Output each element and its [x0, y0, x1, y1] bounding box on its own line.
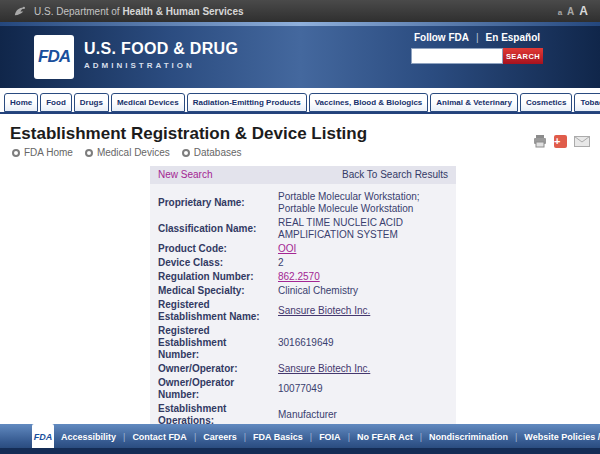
header-links: Follow FDA | En Español [411, 32, 543, 43]
nav-tab-tobacco-products[interactable]: Tobacco Products [574, 93, 600, 112]
table-row: Registered Establishment Number:30166196… [158, 324, 448, 362]
hhs-dept-bold: Health & Human Services [122, 6, 243, 17]
hhs-dept-prefix: U.S. Department of [34, 6, 120, 17]
row-label: Owner/Operator: [158, 362, 278, 376]
fda-header: FDA U.S. FOOD & DRUG ADMINISTRATION Foll… [0, 22, 600, 88]
row-label: Classification Name: [158, 216, 278, 242]
row-value-link[interactable]: Sansure Biotech Inc. [278, 305, 370, 316]
footer-link-no-fear-act[interactable]: No FEAR Act [357, 432, 413, 442]
table-row: Owner/Operator Number:10077049 [158, 376, 448, 402]
breadcrumb-link-fda-home[interactable]: FDA Home [24, 147, 73, 158]
row-label: Proprietary Name: [158, 190, 278, 216]
nav-tab-vaccines-blood-biologics[interactable]: Vaccines, Blood & Biologics [309, 93, 429, 112]
font-size-large-button[interactable]: A [579, 4, 588, 18]
breadcrumb-item: Databases [182, 147, 242, 158]
row-value: OOI [278, 242, 448, 256]
row-label: Product Code: [158, 242, 278, 256]
row-label: Owner/Operator Number: [158, 376, 278, 402]
share-icon[interactable]: + [554, 135, 567, 148]
font-size-controls: a A A [558, 4, 588, 18]
footer-link-nondiscrimination[interactable]: Nondiscrimination [429, 432, 508, 442]
fda-page: U.S. Department of Health & Human Servic… [0, 0, 600, 454]
results-table-body: Proprietary Name:Portable Molecular Work… [158, 190, 448, 428]
row-value: 862.2570 [278, 270, 448, 284]
new-search-link[interactable]: New Search [158, 169, 212, 180]
nav-tab-radiation-emitting-products[interactable]: Radiation-Emitting Products [187, 93, 307, 112]
nav-tab-cosmetics[interactable]: Cosmetics [520, 93, 572, 112]
footer-link-website-policies-privacy[interactable]: Website Policies / Privacy [524, 432, 600, 442]
row-value: Sansure Biotech Inc. [278, 362, 448, 376]
results-header: New Search Back To Search Results [150, 166, 456, 184]
footer-link-foia[interactable]: FOIA [319, 432, 341, 442]
row-value: Portable Molecular Workstation; Portable… [278, 190, 448, 216]
title-icons: + [533, 135, 590, 148]
org-name: U.S. FOOD & DRUG ADMINISTRATION [84, 40, 238, 70]
breadcrumb-link-databases[interactable]: Databases [194, 147, 242, 158]
page-title: Establishment Registration & Device List… [10, 124, 600, 144]
row-value-link[interactable]: OOI [278, 243, 296, 254]
font-size-medium-button[interactable]: A [567, 6, 574, 17]
footer-fda-logo[interactable]: FDA [32, 424, 54, 450]
table-row: Classification Name:REAL TIME NUCLEIC AC… [158, 216, 448, 242]
nav-tab-food[interactable]: Food [40, 93, 72, 112]
row-label: Regulation Number: [158, 270, 278, 284]
table-row: Registered Establishment Name:Sansure Bi… [158, 298, 448, 324]
breadcrumb-item: Medical Devices [85, 147, 170, 158]
follow-fda-link[interactable]: Follow FDA [414, 32, 469, 43]
search-button[interactable]: SEARCH [503, 48, 543, 64]
nav-tab-animal-veterinary[interactable]: Animal & Veterinary [430, 93, 518, 112]
footer-link-fda-basics[interactable]: FDA Basics [253, 432, 303, 442]
main-content: + Establishment Registration & Device Li… [0, 124, 600, 454]
search-area: SEARCH [411, 48, 543, 64]
row-label: Registered Establishment Number: [158, 324, 278, 362]
nav-tabs: HomeFoodDrugsMedical DevicesRadiation-Em… [0, 88, 600, 114]
row-value: 3016619649 [278, 324, 448, 362]
nav-tab-drugs[interactable]: Drugs [74, 93, 109, 112]
footer-link-careers[interactable]: Careers [203, 432, 237, 442]
hhs-eagle-icon [12, 4, 27, 19]
footer-bar: FDA Accessibility|Contact FDA|Careers|FD… [0, 424, 600, 454]
table-row: Regulation Number:862.2570 [158, 270, 448, 284]
hhs-department-label[interactable]: U.S. Department of Health & Human Servic… [34, 6, 244, 17]
row-value-link[interactable]: Sansure Biotech Inc. [278, 363, 370, 374]
breadcrumb-link-medical-devices[interactable]: Medical Devices [97, 147, 170, 158]
footer-link-contact-fda[interactable]: Contact FDA [132, 432, 187, 442]
row-value: Clinical Chemistry [278, 284, 448, 298]
row-value: 2 [278, 256, 448, 270]
en-espanol-link[interactable]: En Español [486, 32, 540, 43]
table-row: Medical Specialty:Clinical Chemistry [158, 284, 448, 298]
table-row: Owner/Operator:Sansure Biotech Inc. [158, 362, 448, 376]
footer-links: Accessibility|Contact FDA|Careers|FDA Ba… [54, 432, 600, 442]
fda-logo-text: FDA [38, 47, 70, 67]
org-name-line1: U.S. FOOD & DRUG [84, 40, 238, 58]
breadcrumb-bullet-icon [85, 149, 93, 157]
row-value: Sansure Biotech Inc. [278, 298, 448, 324]
breadcrumb-bullet-icon [12, 149, 20, 157]
nav-tab-medical-devices[interactable]: Medical Devices [111, 93, 185, 112]
print-icon[interactable] [533, 135, 547, 148]
breadcrumb: FDA HomeMedical DevicesDatabases [12, 147, 600, 158]
header-right: Follow FDA | En Español SEARCH [411, 32, 543, 64]
header-link-separator: | [476, 32, 479, 43]
row-label: Registered Establishment Name: [158, 298, 278, 324]
table-row: Proprietary Name:Portable Molecular Work… [158, 190, 448, 216]
search-input[interactable] [411, 48, 503, 64]
table-row: Product Code:OOI [158, 242, 448, 256]
org-name-line2: ADMINISTRATION [84, 61, 238, 70]
breadcrumb-bullet-icon [182, 149, 190, 157]
footer-fda-logo-text: FDA [34, 432, 53, 442]
row-value: REAL TIME NUCLEIC ACID AMPLIFICATION SYS… [278, 216, 448, 242]
hhs-top-bar: U.S. Department of Health & Human Servic… [0, 0, 600, 22]
row-label: Device Class: [158, 256, 278, 270]
font-size-small-button[interactable]: a [558, 8, 562, 17]
email-icon[interactable] [574, 136, 590, 147]
breadcrumb-item: FDA Home [12, 147, 73, 158]
nav-tab-home[interactable]: Home [4, 93, 38, 112]
row-label: Medical Specialty: [158, 284, 278, 298]
back-to-search-results-link[interactable]: Back To Search Results [342, 169, 448, 180]
footer-link-accessibility[interactable]: Accessibility [61, 432, 116, 442]
results-panel: New Search Back To Search Results Propri… [150, 166, 456, 436]
fda-logo[interactable]: FDA [34, 35, 74, 79]
row-value-link[interactable]: 862.2570 [278, 271, 320, 282]
row-value: 10077049 [278, 376, 448, 402]
